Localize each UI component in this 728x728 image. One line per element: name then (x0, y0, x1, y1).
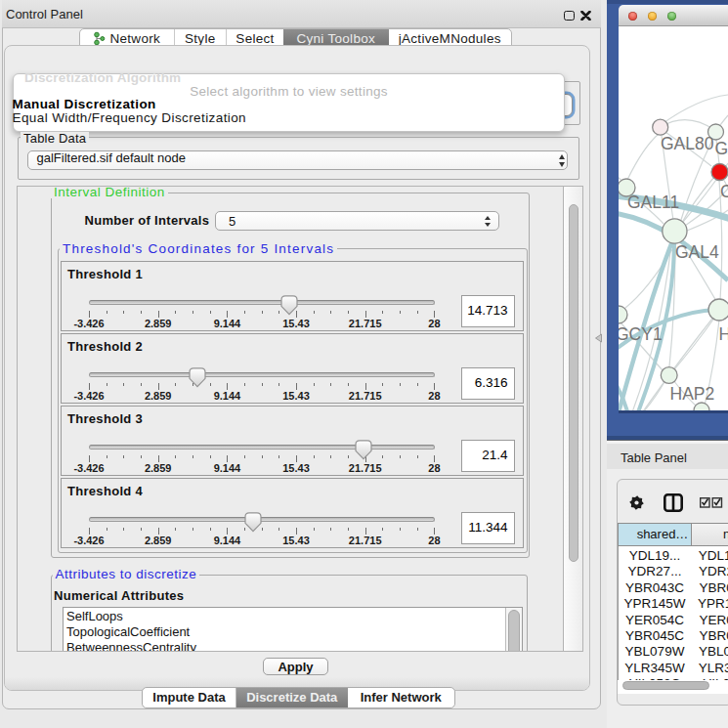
svg-text:GAL4: GAL4 (675, 242, 719, 262)
svg-text:GAL80: GAL80 (661, 134, 714, 153)
svg-text:H: H (719, 324, 728, 344)
svg-text:GAL11: GAL11 (627, 193, 679, 212)
svg-text:C: C (720, 182, 728, 201)
svg-text:GCY1: GCY1 (619, 324, 663, 344)
svg-text:HAP2: HAP2 (670, 384, 715, 404)
svg-text:GA: GA (715, 139, 728, 158)
